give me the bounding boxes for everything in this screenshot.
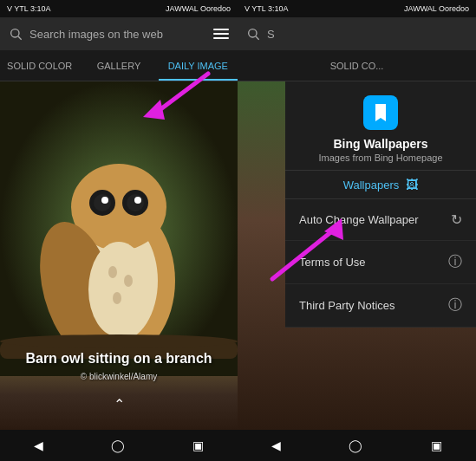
bing-app-icon <box>363 95 398 130</box>
svg-point-0 <box>11 29 19 37</box>
right-recents-button[interactable]: ▣ <box>421 433 453 458</box>
svg-point-13 <box>134 197 141 204</box>
refresh-icon: ↻ <box>451 211 462 228</box>
auto-change-wallpaper-row[interactable]: Auto Change Wallpaper ↻ <box>285 199 476 241</box>
left-nav-bar: ◀ ◯ ▣ <box>0 430 238 461</box>
terms-of-use-label: Terms of Use <box>299 256 366 269</box>
chevron-up-icon[interactable]: ⌃ <box>114 396 125 412</box>
caption-area: Barn owl sitting on a branch © blickwink… <box>0 343 238 388</box>
search-input-area[interactable]: Search images on the web <box>9 27 206 41</box>
svg-point-16 <box>108 266 117 278</box>
info-icon-terms: ⓘ <box>448 253 462 271</box>
tab-daily-image[interactable]: DAILY IMAGE <box>159 50 238 81</box>
search-placeholder: Search images on the web <box>29 28 163 41</box>
auto-change-wallpaper-label: Auto Change Wallpaper <box>299 213 419 226</box>
home-button[interactable]: ◯ <box>101 433 135 458</box>
right-status-right: JAWWAL Ooredoo <box>404 4 469 13</box>
right-status-left-text: V YTL 3:10A <box>245 4 289 13</box>
search-bar[interactable]: Search images on the web <box>0 17 238 50</box>
wallpapers-tab-row[interactable]: Wallpapers 🖼 <box>285 171 476 199</box>
back-button[interactable]: ◀ <box>23 433 54 458</box>
tab-solid-color-label: SOLID COLOR <box>7 61 72 71</box>
bing-overlay-panel: Bing Wallpapers Images from Bing Homepag… <box>285 81 476 328</box>
third-party-notices-row[interactable]: Third Party Notices ⓘ <box>285 284 476 328</box>
bookmark-icon <box>370 102 391 123</box>
right-search-bar[interactable]: S <box>238 17 476 50</box>
image-credit: © blickwinkel/Alamy <box>7 372 231 381</box>
tab-daily-image-label: DAILY IMAGE <box>168 61 228 71</box>
right-status-right-text: JAWWAL Ooredoo <box>404 4 469 13</box>
right-home-button[interactable]: ◯ <box>338 433 373 458</box>
tab-gallery-label: GALLERY <box>97 61 141 71</box>
owl-illustration <box>0 81 238 376</box>
svg-point-18 <box>113 292 121 304</box>
svg-point-10 <box>94 194 111 211</box>
right-tab-bar: SOLID CO... <box>238 50 476 81</box>
terms-of-use-row[interactable]: Terms of Use ⓘ <box>285 241 476 284</box>
bing-title: Bing Wallpapers <box>333 137 427 151</box>
tab-bar: SOLID COLOR GALLERY DAILY IMAGE <box>0 50 238 81</box>
wallpapers-tab-label: Wallpapers <box>343 179 400 192</box>
bing-header: Bing Wallpapers Images from Bing Homepag… <box>285 81 476 171</box>
right-phone: V YTL 3:10A JAWWAL Ooredoo S SOLID CO... <box>238 0 476 461</box>
third-party-notices-label: Third Party Notices <box>299 299 395 312</box>
right-back-button[interactable]: ◀ <box>261 433 291 458</box>
svg-line-22 <box>256 36 259 40</box>
left-status-bar: V YTL 3:10A JAWWAL Ooredoo <box>0 0 238 17</box>
image-icon: 🖼 <box>406 178 418 192</box>
svg-point-15 <box>88 242 149 337</box>
right-search-text: S <box>267 28 275 41</box>
svg-point-12 <box>101 197 108 204</box>
info-icon-third-party: ⓘ <box>448 296 462 315</box>
hamburger-menu-icon[interactable] <box>213 29 229 39</box>
svg-line-1 <box>18 36 22 40</box>
status-left: V YTL 3:10A <box>7 4 51 13</box>
left-phone: V YTL 3:10A JAWWAL Ooredoo Search images… <box>0 0 238 461</box>
right-tab-solid-color-label: SOLID CO... <box>330 61 384 71</box>
right-nav-bar: ◀ ◯ ▣ <box>238 430 476 461</box>
bing-subtitle: Images from Bing Homepage <box>318 153 442 163</box>
right-status-left: V YTL 3:10A <box>245 4 289 13</box>
right-tab-solid-color[interactable]: SOLID CO... <box>238 50 476 81</box>
owl-image-area: Barn owl sitting on a branch © blickwink… <box>0 81 238 430</box>
status-right: JAWWAL Ooredoo <box>166 4 231 13</box>
image-title: Barn owl sitting on a branch <box>7 350 231 368</box>
svg-point-11 <box>127 194 144 211</box>
tab-solid-color[interactable]: SOLID COLOR <box>0 50 79 81</box>
search-icon <box>9 27 23 41</box>
right-status-bar: V YTL 3:10A JAWWAL Ooredoo <box>238 0 476 17</box>
recents-button[interactable]: ▣ <box>182 433 214 458</box>
status-right-text: JAWWAL Ooredoo <box>166 4 231 13</box>
svg-point-21 <box>249 29 257 37</box>
tab-gallery[interactable]: GALLERY <box>79 50 158 81</box>
right-search-icon <box>246 27 260 41</box>
status-left-text: V YTL 3:10A <box>7 4 51 13</box>
svg-point-17 <box>124 275 133 287</box>
